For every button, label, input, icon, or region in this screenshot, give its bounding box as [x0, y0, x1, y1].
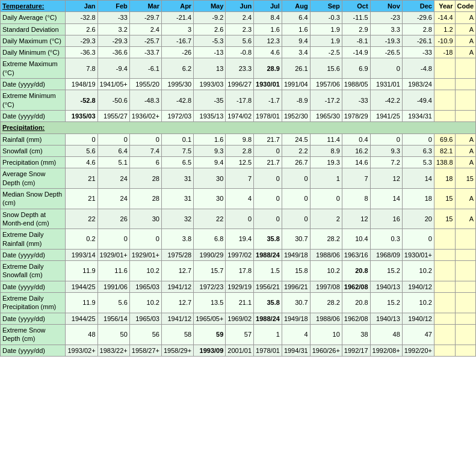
row-label: Rainfall (mm)	[1, 133, 66, 145]
cell-value: 1992/17	[342, 345, 370, 356]
col-mar: Mar	[129, 1, 161, 12]
cell-value: -50.6	[97, 90, 129, 111]
col-dec: Dec	[402, 1, 434, 12]
cell-value: 1983/24	[402, 79, 434, 90]
cell-value: 0	[226, 209, 254, 229]
cell-value: 10.2	[402, 293, 434, 313]
cell-value: 1960/26+	[310, 345, 342, 356]
col-jul: Jul	[254, 1, 282, 12]
cell-value: 4	[226, 189, 254, 209]
row-label: Extreme Daily Snowfall (cm)	[1, 261, 66, 281]
table-row: Precipitation (mm)4.65.166.59.412.521.72…	[1, 157, 476, 168]
code-value: A	[455, 23, 476, 35]
cell-value: 1988/06	[310, 313, 342, 324]
cell-value: -6.1	[129, 58, 161, 79]
cell-value: -29.6	[402, 12, 434, 23]
cell-value: 1.6	[194, 133, 226, 145]
col-aug: Aug	[282, 1, 310, 12]
cell-value: 6.4	[97, 145, 129, 156]
cell-value: 1930/01+	[402, 249, 434, 260]
table-row: Rainfall (mm)0000.11.69.821.724.511.40.4…	[1, 133, 476, 145]
cell-value: -0.8	[226, 47, 254, 58]
cell-value: 1995/30	[161, 79, 193, 90]
cell-value: 1955/20	[129, 79, 161, 90]
cell-value: 23.3	[226, 58, 254, 79]
cell-value: 1963/16	[342, 249, 370, 260]
cell-value: 0	[370, 133, 402, 145]
cell-value: 10.2	[402, 261, 434, 281]
cell-value: 1934/31	[402, 110, 434, 121]
cell-value: 0.3	[370, 229, 402, 250]
row-label: Extreme Daily Rainfall (mm)	[1, 229, 66, 250]
cell-value: 0	[66, 133, 97, 145]
cell-value: -9.2	[194, 12, 226, 23]
col-feb: Feb	[97, 1, 129, 12]
row-label: Date (yyyy/dd)	[1, 249, 66, 260]
cell-value: 7.4	[129, 145, 161, 156]
cell-value: 9.4	[282, 35, 310, 46]
cell-value: 14.6	[342, 157, 370, 168]
cell-value: 1992/08+	[370, 345, 402, 356]
cell-value: 14	[370, 189, 402, 209]
cell-value: 3.2	[97, 23, 129, 35]
col-nov: Nov	[370, 1, 402, 12]
row-label: Snow Depth at Month-end (cm)	[1, 209, 66, 229]
code-value: A	[455, 35, 476, 46]
row-label: Extreme Maximum (°C)	[1, 58, 66, 79]
cell-value: 1940/13	[370, 313, 402, 324]
cell-value: 1972/03	[161, 110, 193, 121]
cell-value: -26.5	[370, 47, 402, 58]
cell-value: -36.6	[97, 47, 129, 58]
cell-value: 10.2	[129, 293, 161, 313]
cell-value: 1993/02+	[66, 345, 97, 356]
cell-value: 11.9	[66, 261, 97, 281]
code-value	[455, 293, 476, 313]
cell-value: 1997/08	[310, 281, 342, 292]
table-row: Snowfall (cm)5.66.47.47.59.32.802.28.916…	[1, 145, 476, 156]
cell-value: 0	[310, 189, 342, 209]
cell-value: 16.2	[342, 145, 370, 156]
cell-value: 1978/01	[254, 110, 282, 121]
table-row: Date (yyyy/dd)1993/02+1983/22+1958/27+19…	[1, 345, 476, 356]
cell-value: 2.8	[402, 23, 434, 35]
cell-value: 21.7	[254, 157, 282, 168]
cell-value: 0	[402, 133, 434, 145]
cell-value: 12	[370, 168, 402, 189]
cell-value: 14	[402, 168, 434, 189]
cell-value: 10.4	[342, 229, 370, 250]
cell-value: 1969/02	[226, 313, 254, 324]
cell-value: 48	[66, 324, 97, 345]
cell-value: 21	[66, 168, 97, 189]
cell-value: 1.6	[254, 23, 282, 35]
table-row: Extreme Daily Snowfall (cm)11.911.610.21…	[1, 261, 476, 281]
code-value	[455, 249, 476, 260]
cell-value: 28	[129, 168, 161, 189]
cell-value: 24	[97, 168, 129, 189]
cell-value: 13.5	[194, 293, 226, 313]
cell-value: 6.8	[194, 229, 226, 250]
row-label: Snowfall (cm)	[1, 145, 66, 156]
cell-value: 3.4	[282, 47, 310, 58]
cell-value: 1	[310, 168, 342, 189]
cell-value: 35.8	[254, 293, 282, 313]
cell-value: 13	[194, 58, 226, 79]
cell-value: -26.1	[402, 35, 434, 46]
cell-value: 1	[254, 324, 282, 345]
code-value	[455, 261, 476, 281]
cell-value: 15.7	[194, 261, 226, 281]
table-row: Daily Maximum (°C)-29.3-29.3-25.7-16.7-5…	[1, 35, 476, 46]
cell-value: 6.9	[342, 58, 370, 79]
cell-value: 0	[282, 168, 310, 189]
year-value	[434, 345, 455, 356]
cell-value: -52.8	[66, 90, 97, 111]
row-label: Extreme Minimum (°C)	[1, 90, 66, 111]
cell-value: 26	[97, 209, 129, 229]
cell-value: 35.8	[254, 229, 282, 250]
code-value: A	[455, 133, 476, 145]
cell-value: 2001/01	[226, 345, 254, 356]
table-row: Date (yyyy/dd)1935/031955/271936/02+1972…	[1, 110, 476, 121]
cell-value: 1965/03	[129, 281, 161, 292]
cell-value: 59	[194, 324, 226, 345]
cell-value: 57	[226, 324, 254, 345]
cell-value: 1957/06	[310, 79, 342, 90]
